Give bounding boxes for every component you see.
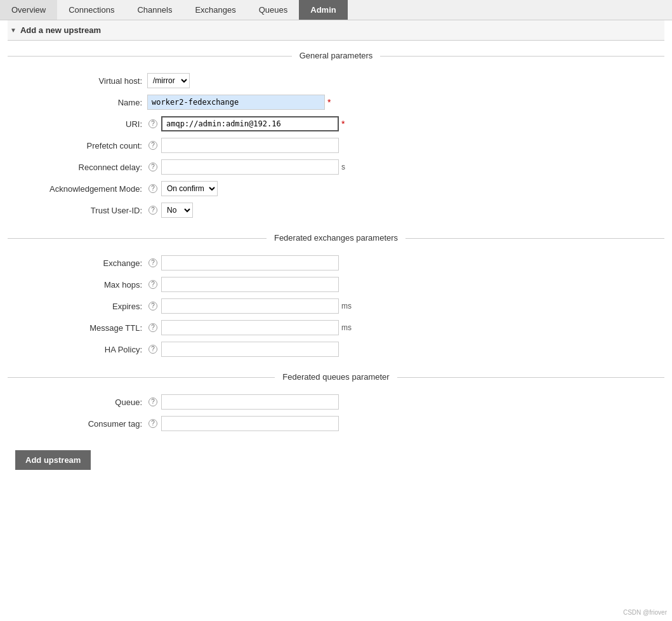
uri-help-icon[interactable]: ? [148, 119, 157, 128]
uri-input[interactable] [161, 116, 339, 131]
consumer-tag-label: Consumer tag: [8, 419, 147, 429]
consumer-tag-help-icon[interactable]: ? [148, 419, 157, 428]
prefetch-count-row: Prefetch count: ? [8, 138, 664, 153]
name-row: Name: * [8, 95, 664, 110]
exchange-input[interactable] [161, 255, 339, 270]
exchange-help-icon[interactable]: ? [148, 258, 157, 267]
reconnect-delay-unit: s [341, 163, 345, 171]
message-ttl-input[interactable] [161, 320, 339, 335]
expires-label: Expires: [8, 302, 147, 311]
max-hops-help-icon[interactable]: ? [148, 280, 157, 289]
message-ttl-label: Message TTL: [8, 323, 147, 333]
section-title: Add a new upstream [20, 25, 101, 35]
tab-queues[interactable]: Queues [247, 0, 300, 20]
name-label: Name: [8, 98, 147, 107]
max-hops-row: Max hops: ? [8, 277, 664, 292]
collapse-arrow-icon[interactable]: ▼ [10, 27, 16, 34]
trust-user-id-label: Trust User-ID: [8, 206, 147, 215]
max-hops-label: Max hops: [8, 280, 147, 290]
prefetch-count-help-icon[interactable]: ? [148, 141, 157, 150]
uri-label: URI: [8, 119, 147, 129]
max-hops-input[interactable] [161, 277, 339, 292]
queue-help-icon[interactable]: ? [148, 397, 157, 406]
message-ttl-help-icon[interactable]: ? [148, 323, 157, 332]
general-params-title: General parameters [8, 51, 664, 60]
virtual-host-select[interactable]: /mirror / default [147, 73, 190, 88]
virtual-host-row: Virtual host: /mirror / default [8, 73, 664, 88]
ha-policy-row: HA Policy: ? [8, 342, 664, 357]
queue-row: Queue: ? [8, 394, 664, 410]
federated-exchanges-title: Federated exchanges parameters [8, 233, 664, 243]
consumer-tag-row: Consumer tag: ? [8, 416, 664, 431]
reconnect-delay-row: Reconnect delay: ? s [8, 159, 664, 175]
tab-exchanges[interactable]: Exchanges [183, 0, 247, 20]
ha-policy-label: HA Policy: [8, 345, 147, 354]
name-required-star: * [327, 97, 331, 107]
exchange-row: Exchange: ? [8, 255, 664, 270]
tab-overview[interactable]: Overview [0, 0, 57, 20]
message-ttl-unit: ms [341, 323, 352, 332]
ha-policy-help-icon[interactable]: ? [148, 345, 157, 354]
message-ttl-row: Message TTL: ? ms [8, 320, 664, 335]
expires-input[interactable] [161, 298, 339, 314]
virtual-host-label: Virtual host: [8, 76, 147, 86]
tab-channels[interactable]: Channels [126, 0, 183, 20]
queue-input[interactable] [161, 394, 339, 410]
ha-policy-input[interactable] [161, 342, 339, 357]
nav-tabs: Overview Connections Channels Exchanges … [0, 0, 672, 20]
ack-mode-select[interactable]: On confirm On publish No ack [161, 181, 218, 196]
reconnect-delay-input[interactable] [161, 159, 339, 175]
expires-row: Expires: ? ms [8, 298, 664, 314]
main-content: ▼ Add a new upstream General parameters … [0, 20, 672, 483]
reconnect-delay-label: Reconnect delay: [8, 163, 147, 172]
expires-unit: ms [341, 302, 352, 310]
federated-queues-title: Federated queues parameter [8, 372, 664, 382]
name-input[interactable] [147, 95, 325, 110]
uri-row: URI: ? * [8, 116, 664, 131]
section-header: ▼ Add a new upstream [8, 20, 664, 41]
reconnect-delay-help-icon[interactable]: ? [148, 163, 157, 171]
ack-mode-help-icon[interactable]: ? [148, 184, 157, 193]
exchange-label: Exchange: [8, 258, 147, 268]
tab-admin[interactable]: Admin [299, 0, 347, 20]
queue-label: Queue: [8, 397, 147, 407]
ack-mode-row: Acknowledgement Mode: ? On confirm On pu… [8, 181, 664, 196]
trust-user-id-select[interactable]: No Yes [161, 203, 193, 218]
ack-mode-label: Acknowledgement Mode: [8, 184, 147, 194]
uri-required-star: * [341, 119, 345, 129]
add-upstream-button[interactable]: Add upstream [15, 450, 91, 470]
prefetch-count-label: Prefetch count: [8, 141, 147, 150]
trust-user-id-help-icon[interactable]: ? [148, 206, 157, 215]
expires-help-icon[interactable]: ? [148, 302, 157, 310]
trust-user-id-row: Trust User-ID: ? No Yes [8, 203, 664, 218]
prefetch-count-input[interactable] [161, 138, 339, 153]
consumer-tag-input[interactable] [161, 416, 339, 431]
tab-connections[interactable]: Connections [57, 0, 126, 20]
